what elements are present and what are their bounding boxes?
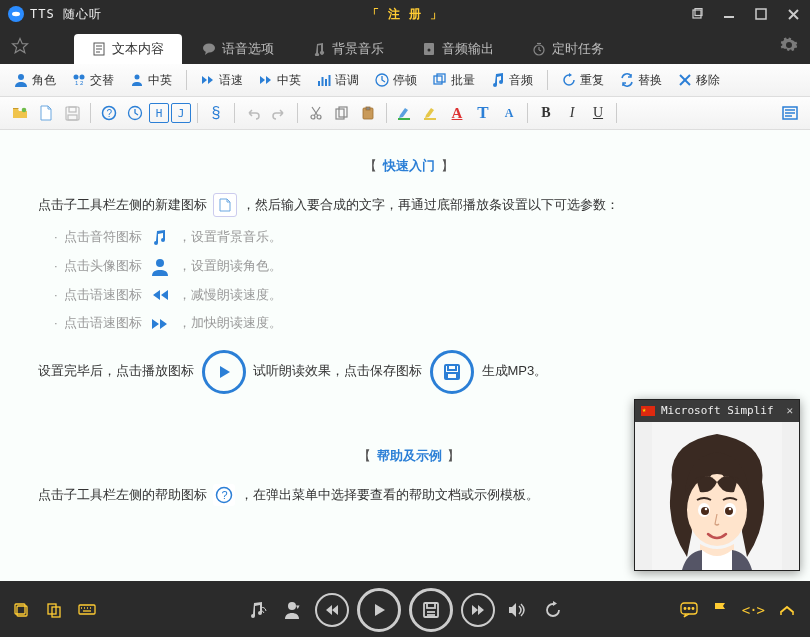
timer-icon [532, 42, 546, 56]
toolbar-remove[interactable]: 移除 [672, 70, 726, 91]
svg-rect-45 [366, 107, 370, 110]
clock-icon [375, 73, 389, 87]
rewind-inline-icon [146, 285, 174, 305]
playbar-volume-button[interactable] [503, 596, 531, 624]
toolbar-batch[interactable]: 批量 [427, 70, 481, 91]
h-button[interactable]: H [149, 103, 169, 123]
tab-background-music[interactable]: 背景音乐 [294, 34, 402, 64]
playbar-code-icon[interactable]: <·> [742, 602, 764, 618]
playbar-loop-button[interactable] [539, 596, 567, 624]
playbar-music-button[interactable] [243, 596, 271, 624]
forward-inline-icon [146, 314, 174, 334]
font-large-button[interactable]: T [471, 101, 495, 125]
toolbar-repeat[interactable]: 重复 [556, 70, 610, 91]
copy-button[interactable] [330, 101, 354, 125]
toolbar-audio[interactable]: 音频 [485, 70, 539, 91]
person-icon [14, 73, 28, 87]
font-color-button[interactable]: A [445, 101, 469, 125]
maximize-window-icon[interactable] [752, 5, 770, 23]
settings-icon[interactable] [776, 32, 802, 58]
separator [234, 103, 235, 123]
redo-button[interactable] [267, 101, 291, 125]
main-toolbar: 角色 1 2交替 中英 语速 中英 语调 停顿 批量 音频 重复 替换 移除 [0, 64, 810, 97]
italic-button[interactable]: I [560, 101, 584, 125]
svg-point-12 [203, 44, 215, 53]
playbar-chat-icon[interactable] [680, 602, 698, 618]
svg-point-23 [135, 75, 140, 80]
playbar-mic-icon[interactable] [14, 602, 32, 618]
toolbar-pitch[interactable]: 语调 [311, 70, 365, 91]
bold-button[interactable]: B [534, 101, 558, 125]
favorites-icon[interactable] [8, 34, 32, 58]
toolbar-pause[interactable]: 停顿 [369, 70, 423, 91]
font-small-button[interactable]: A [497, 101, 521, 125]
playbar-save-button[interactable] [409, 588, 453, 632]
toolbar-alternate[interactable]: 1 2交替 [66, 70, 120, 91]
list-item: ·点击头像图标，设置朗读角色。 [54, 254, 780, 279]
toolbar-chinese-english-2[interactable]: 中英 [253, 70, 307, 91]
playbar-play-button[interactable] [357, 588, 401, 632]
separator [386, 103, 387, 123]
separator [527, 103, 528, 123]
svg-text:▾: ▾ [296, 603, 300, 610]
playbar-copy-icon[interactable] [46, 602, 64, 618]
new-file-button[interactable] [34, 101, 58, 125]
playbar-role-button[interactable]: ▾ [279, 596, 307, 624]
playbar-collapse-icon[interactable] [778, 604, 796, 616]
help-button[interactable]: ? [97, 101, 121, 125]
register-link[interactable]: 「 注 册 」 [367, 6, 444, 23]
china-flag-icon [641, 406, 655, 416]
svg-point-65 [729, 508, 732, 511]
tab-text-content[interactable]: 文本内容 [74, 34, 182, 64]
avatar-panel-header[interactable]: Microsoft Simplif ✕ [635, 400, 799, 422]
svg-point-87 [792, 613, 794, 615]
close-window-icon[interactable] [784, 5, 802, 23]
highlight2-button[interactable] [419, 101, 443, 125]
restore-window-icon[interactable] [688, 5, 706, 23]
save-inline-icon [430, 350, 474, 394]
svg-point-20 [74, 75, 79, 80]
bars-icon [317, 73, 331, 87]
toolbar-speed[interactable]: 语速 [195, 70, 249, 91]
avatar-close-icon[interactable]: ✕ [786, 401, 793, 422]
svg-point-83 [684, 608, 686, 610]
save-button[interactable] [60, 101, 84, 125]
j-button[interactable]: J [171, 103, 191, 123]
playbar-keyboard-icon[interactable] [78, 602, 96, 618]
undo-button[interactable] [241, 101, 265, 125]
avatar-image [635, 422, 799, 570]
playbar-flag-icon[interactable] [712, 601, 728, 619]
highlight-button[interactable] [393, 101, 417, 125]
toolbar-role[interactable]: 角色 [8, 70, 62, 91]
tab-label: 背景音乐 [332, 40, 384, 58]
tab-scheduled-tasks[interactable]: 定时任务 [514, 34, 622, 64]
person-inline-icon [146, 257, 174, 277]
tab-voice-options[interactable]: 语音选项 [184, 34, 292, 64]
content-area: 【 快速入门 】 点击子工具栏左侧的新建图标 ，然后输入要合成的文字，再通过底部… [0, 130, 810, 581]
sync-icon [620, 73, 634, 87]
paste-button[interactable] [356, 101, 380, 125]
svg-point-85 [692, 608, 694, 610]
underline-button[interactable]: U [586, 101, 610, 125]
align-button[interactable] [778, 101, 802, 125]
clock-button[interactable] [123, 101, 147, 125]
playbar-forward-button[interactable] [461, 593, 495, 627]
svg-rect-36 [68, 115, 77, 120]
toolbar-replace[interactable]: 替换 [614, 70, 668, 91]
svg-rect-46 [398, 118, 410, 120]
toolbar-chinese-english[interactable]: 中英 [124, 70, 178, 91]
svg-point-59 [687, 474, 747, 546]
swap-icon: 1 2 [72, 73, 86, 87]
line-1: 点击子工具栏左侧的新建图标 ，然后输入要合成的文字，再通过底部播放条设置以下可选… [38, 193, 780, 218]
minimize-window-icon[interactable] [720, 5, 738, 23]
cut-button[interactable] [304, 101, 328, 125]
open-folder-button[interactable] [8, 101, 32, 125]
section-button[interactable]: § [204, 101, 228, 125]
svg-rect-70 [79, 605, 95, 614]
playbar-rewind-button[interactable] [315, 593, 349, 627]
music-icon [312, 42, 326, 56]
svg-line-17 [539, 50, 541, 51]
svg-rect-29 [434, 76, 442, 84]
tab-audio-output[interactable]: 音频输出 [404, 34, 512, 64]
title-bar: TTS 随心听 「 注 册 」 [0, 0, 810, 28]
